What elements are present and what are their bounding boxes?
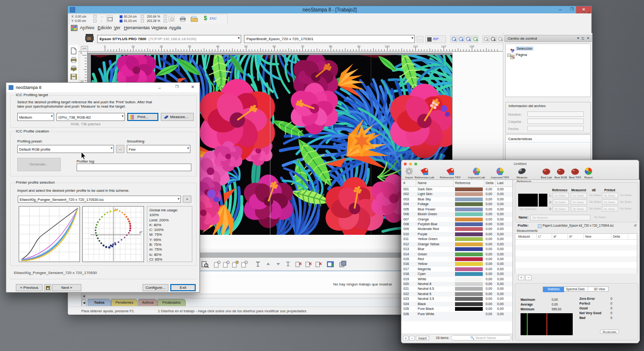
svg-text:a*: a* bbox=[139, 230, 143, 234]
